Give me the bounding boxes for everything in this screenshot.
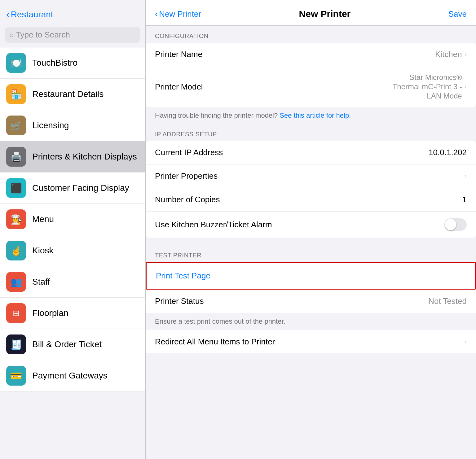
right-back-chevron-icon: ‹ <box>155 9 158 19</box>
sidebar-item-label: Customer Facing Display <box>32 183 129 193</box>
printer-model-label: Printer Model <box>155 82 203 92</box>
printer-model-line2: Thermal mC-Print 3 - <box>393 82 462 91</box>
printer-status-label: Printer Status <box>155 296 204 306</box>
page-title: New Printer <box>299 9 351 19</box>
search-bar[interactable]: ⌕ Type to Search <box>5 27 140 43</box>
search-icon: ⌕ <box>9 31 13 39</box>
sidebar-item-label: TouchBistro <box>32 58 77 68</box>
printer-name-label: Printer Name <box>155 50 202 59</box>
sidebar-item-label: Floorplan <box>32 308 68 318</box>
staff-icon: 👥 <box>6 272 26 292</box>
test-printer-section-header: TEST PRINTER <box>146 245 476 262</box>
sidebar-item-touchbistro[interactable]: 🍽️ TouchBistro <box>0 47 145 79</box>
print-test-label: Print Test Page <box>156 271 210 281</box>
printer-model-line1: Star Micronics® <box>409 73 462 82</box>
printer-name-value-container: Kitchen › <box>435 50 467 59</box>
number-of-copies-value: 1 <box>462 195 467 204</box>
printer-model-value-container: Star Micronics® Thermal mC-Print 3 - LAN… <box>393 73 467 100</box>
sidebar-item-label: Menu <box>32 214 54 224</box>
sidebar-item-payment-gateways[interactable]: 💳 Payment Gateways <box>0 360 145 391</box>
kitchen-buzzer-label: Use Kitchen Buzzer/Ticket Alarm <box>155 220 272 229</box>
kiosk-icon: ☝️ <box>6 241 26 260</box>
sidebar-item-menu[interactable]: 👨‍🍳 Menu <box>0 204 145 235</box>
chevron-right-icon: › <box>465 83 467 91</box>
printer-status-value: Not Tested <box>428 296 467 306</box>
help-text-prefix: Having trouble finding the printer model… <box>155 111 278 119</box>
test-section-gap <box>146 238 476 245</box>
floorplan-icon: ⊞ <box>6 303 26 323</box>
search-bar-container: ⌕ Type to Search <box>0 24 145 47</box>
chevron-right-icon: › <box>465 50 467 59</box>
current-ip-label: Current IP Address <box>155 148 223 157</box>
redirect-row[interactable]: Redirect All Menu Items to Printer › <box>146 330 476 353</box>
save-button[interactable]: Save <box>448 9 467 19</box>
right-panel: ‹ New Printer New Printer Save CONFIGURA… <box>146 0 476 459</box>
sidebar-item-licensing[interactable]: 🛒 Licensing <box>0 110 145 141</box>
touchbistro-icon: 🍽️ <box>6 53 26 73</box>
ip-address-card: Current IP Address 10.0.1.202 Printer Pr… <box>146 141 476 238</box>
printer-properties-label: Printer Properties <box>155 171 218 181</box>
right-back-label: New Printer <box>159 9 201 19</box>
sidebar-item-label: Printers & Kitchen Displays <box>32 152 137 162</box>
back-label: Restaurant <box>11 10 53 20</box>
printer-name-value: Kitchen <box>435 50 462 59</box>
back-to-restaurant[interactable]: ‹ Restaurant <box>6 9 139 20</box>
configuration-section-header: CONFIGURATION <box>146 26 476 43</box>
customer-facing-icon: ⬛ <box>6 178 26 198</box>
sidebar-item-kiosk[interactable]: ☝️ Kiosk <box>0 235 145 266</box>
ensure-text: Ensure a test print comes out of the pri… <box>146 313 476 330</box>
back-chevron-icon: ‹ <box>6 9 10 20</box>
help-link[interactable]: See this article for help. <box>280 111 351 119</box>
sidebar-item-staff[interactable]: 👥 Staff <box>0 266 145 298</box>
printer-name-row[interactable]: Printer Name Kitchen › <box>146 43 476 66</box>
restaurant-details-icon: 🏪 <box>6 84 26 104</box>
menu-list: 🍽️ TouchBistro 🏪 Restaurant Details 🛒 Li… <box>0 47 145 459</box>
chevron-right-icon: › <box>465 338 467 346</box>
sidebar-item-label: Restaurant Details <box>32 89 104 99</box>
redirect-label: Redirect All Menu Items to Printer <box>155 337 275 347</box>
printer-status-row: Printer Status Not Tested <box>146 290 476 313</box>
sidebar-item-bill-order[interactable]: 🧾 Bill & Order Ticket <box>0 329 145 360</box>
sidebar-item-label: Staff <box>32 277 50 287</box>
sidebar-item-label: Payment Gateways <box>32 371 108 381</box>
help-text: Having trouble finding the printer model… <box>146 107 476 124</box>
printer-model-row[interactable]: Printer Model Star Micronics® Thermal mC… <box>146 66 476 107</box>
bill-order-icon: 🧾 <box>6 334 26 354</box>
sidebar-item-label: Licensing <box>32 120 69 130</box>
left-panel: ‹ Restaurant ⌕ Type to Search 🍽️ TouchBi… <box>0 0 146 459</box>
menu-icon: 👨‍🍳 <box>6 209 26 229</box>
right-content: CONFIGURATION Printer Name Kitchen › Pri… <box>146 26 476 459</box>
right-header: ‹ New Printer New Printer Save <box>146 0 476 26</box>
sidebar-item-customer-facing[interactable]: ⬛ Customer Facing Display <box>0 173 145 204</box>
number-of-copies-row[interactable]: Number of Copies 1 <box>146 188 476 212</box>
printer-properties-row[interactable]: Printer Properties › <box>146 164 476 188</box>
top-nav: ‹ Restaurant <box>0 0 145 24</box>
kitchen-buzzer-toggle[interactable] <box>444 218 467 231</box>
configuration-card: Printer Name Kitchen › Printer Model Sta… <box>146 43 476 107</box>
right-back-button[interactable]: ‹ New Printer <box>155 9 201 19</box>
sidebar-item-label: Kiosk <box>32 246 53 256</box>
licensing-icon: 🛒 <box>6 116 26 135</box>
sidebar-item-printers-kitchen[interactable]: 🖨️ Printers & Kitchen Displays <box>0 141 145 173</box>
print-test-page-button[interactable]: Print Test Page <box>146 262 476 290</box>
current-ip-value: 10.0.1.202 <box>429 148 467 157</box>
printers-kitchen-icon: 🖨️ <box>6 147 26 167</box>
chevron-right-icon: › <box>465 172 467 180</box>
kitchen-buzzer-row: Use Kitchen Buzzer/Ticket Alarm <box>146 212 476 238</box>
sidebar-item-restaurant-details[interactable]: 🏪 Restaurant Details <box>0 79 145 110</box>
search-placeholder: Type to Search <box>16 30 70 40</box>
printer-model-value-block: Star Micronics® Thermal mC-Print 3 - LAN… <box>393 73 462 100</box>
sidebar-item-floorplan[interactable]: ⊞ Floorplan <box>0 298 145 329</box>
printer-model-line3: LAN Mode <box>427 92 462 100</box>
sidebar-item-label: Bill & Order Ticket <box>32 339 102 349</box>
number-of-copies-label: Number of Copies <box>155 195 220 204</box>
current-ip-row[interactable]: Current IP Address 10.0.1.202 <box>146 141 476 164</box>
ip-address-section-header: IP ADDRESS SETUP <box>146 124 476 141</box>
payment-gateways-icon: 💳 <box>6 366 26 386</box>
